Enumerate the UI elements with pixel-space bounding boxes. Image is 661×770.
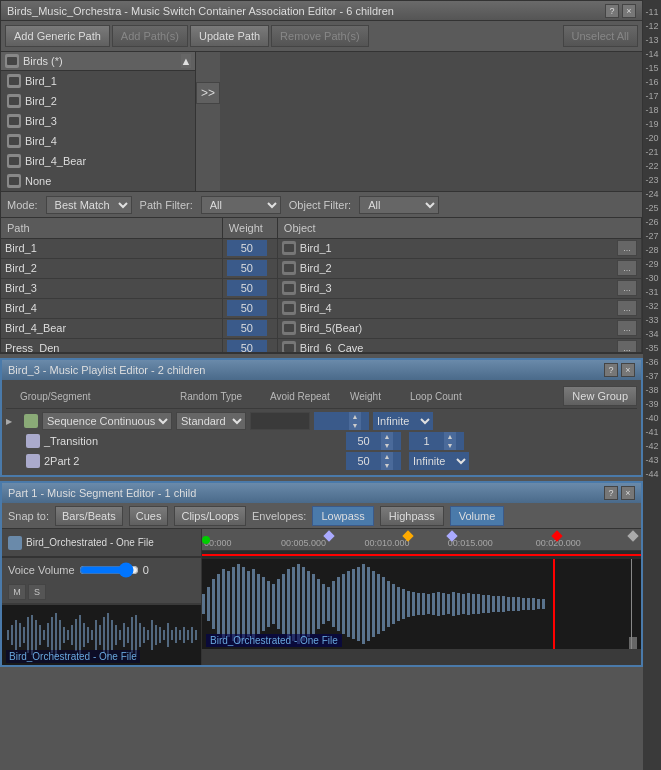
svg-rect-10 xyxy=(47,623,49,647)
avoid-input[interactable] xyxy=(250,412,310,430)
snap-clips-btn[interactable]: Clips/Loops xyxy=(174,506,245,526)
ellipsis-btn[interactable]: ... xyxy=(617,340,637,353)
list-item[interactable]: Bird_3 xyxy=(1,111,195,131)
svg-rect-7 xyxy=(35,620,37,650)
object-filter-select[interactable]: All xyxy=(359,196,439,214)
update-path-button[interactable]: Update Path xyxy=(190,25,269,47)
child1-weight-input[interactable] xyxy=(346,435,381,447)
svg-rect-65 xyxy=(287,569,290,639)
child1-loop-input[interactable] xyxy=(409,435,444,447)
svg-rect-75 xyxy=(337,577,340,631)
association-toolbar: Add Generic Path Add Path(s) Update Path… xyxy=(1,21,642,52)
child1-loop-up[interactable]: ▲ xyxy=(444,432,456,441)
list-item[interactable]: Bird_4 xyxy=(1,131,195,151)
playlist-help-btn[interactable]: ? xyxy=(604,363,618,377)
svg-rect-95 xyxy=(437,592,440,616)
weight-up[interactable]: ▲ xyxy=(349,412,361,421)
weight-down[interactable]: ▼ xyxy=(349,421,361,430)
playlist-child-row: _Transition ▲ ▼ ▲ ▼ xyxy=(6,431,637,451)
col-group-header: Group/Segment xyxy=(20,391,180,402)
svg-rect-9 xyxy=(43,630,45,640)
waveform-file-label: Bird_Orchestrated - One File xyxy=(206,634,342,647)
weight-input[interactable] xyxy=(227,320,267,336)
standard-select[interactable]: Standard xyxy=(176,412,246,430)
child2-weight-up[interactable]: ▲ xyxy=(381,452,393,461)
list-item[interactable]: Bird_4_Bear xyxy=(1,151,195,171)
association-editor-panel: Birds_Music_Orchestra - Music Switch Con… xyxy=(0,0,643,354)
segment-close-btn[interactable]: × xyxy=(621,486,635,500)
expand-icon[interactable]: ▶ xyxy=(6,417,20,426)
svg-rect-62 xyxy=(272,584,275,624)
sequence-select[interactable]: Sequence Continuous xyxy=(42,412,172,430)
ellipsis-btn[interactable]: ... xyxy=(617,300,637,316)
snap-bars-btn[interactable]: Bars/Beats xyxy=(55,506,123,526)
child1-loop-down[interactable]: ▼ xyxy=(444,441,456,450)
list-item[interactable]: None xyxy=(1,171,195,188)
list-header: Birds (*) ▲ xyxy=(1,52,195,71)
add-generic-path-button[interactable]: Add Generic Path xyxy=(5,25,110,47)
child1-weight-up[interactable]: ▲ xyxy=(381,432,393,441)
svg-rect-87 xyxy=(397,587,400,621)
unselect-all-button[interactable]: Unselect All xyxy=(563,25,638,47)
ellipsis-btn[interactable]: ... xyxy=(617,260,637,276)
mute-button[interactable]: M xyxy=(8,584,26,600)
list-scroll-up[interactable]: ▲ xyxy=(181,54,191,68)
ellipsis-btn[interactable]: ... xyxy=(617,280,637,296)
add-path-button[interactable]: Add Path(s) xyxy=(112,25,188,47)
table-scroll[interactable]: Path Weight Object Bird_1 xyxy=(1,218,642,353)
svg-rect-92 xyxy=(422,593,425,615)
child1-weight-down[interactable]: ▼ xyxy=(381,441,393,450)
path-filter-label: Path Filter: xyxy=(140,199,193,211)
table-row: Bird_1 Bird_1 ... xyxy=(1,238,642,258)
group-icon xyxy=(24,414,38,428)
weight-input[interactable] xyxy=(227,260,267,276)
list-item[interactable]: Bird_2 xyxy=(1,91,195,111)
arrow-button[interactable]: >> xyxy=(196,82,220,104)
bird4bear-icon xyxy=(7,154,21,168)
mode-select[interactable]: Best Match xyxy=(46,196,132,214)
playlist-close-btn[interactable]: × xyxy=(621,363,635,377)
help-button[interactable]: ? xyxy=(605,4,619,18)
table-row: Bird_2 Bird_2 ... xyxy=(1,258,642,278)
svg-rect-40 xyxy=(167,623,169,647)
weight-spin-input[interactable] xyxy=(314,415,349,427)
path-table: Path Weight Object Bird_1 xyxy=(1,218,642,353)
weight-col-header: Weight xyxy=(222,218,277,238)
mode-label: Mode: xyxy=(7,199,38,211)
table-row: Press_Den Bird_6_Cave ... xyxy=(1,338,642,353)
svg-rect-88 xyxy=(402,589,405,619)
remove-path-button[interactable]: Remove Path(s) xyxy=(271,25,368,47)
svg-rect-46 xyxy=(191,627,193,643)
svg-rect-116 xyxy=(542,599,545,609)
weight-input[interactable] xyxy=(227,340,267,353)
new-group-button[interactable]: New Group xyxy=(563,386,637,406)
ellipsis-btn[interactable]: ... xyxy=(617,240,637,256)
ellipsis-btn[interactable]: ... xyxy=(617,320,637,336)
svg-rect-112 xyxy=(522,598,525,610)
path-filter-select[interactable]: All xyxy=(201,196,281,214)
lowpass-btn[interactable]: Lowpass xyxy=(312,506,373,526)
weight-input[interactable] xyxy=(227,240,267,256)
path-cell: Bird_1 xyxy=(1,238,222,258)
child1-label: _Transition xyxy=(44,435,164,447)
close-button[interactable]: × xyxy=(622,4,636,18)
resize-handle[interactable] xyxy=(629,637,637,649)
child2-weight-input[interactable] xyxy=(346,455,381,467)
solo-button[interactable]: S xyxy=(28,584,46,600)
segment-help-btn[interactable]: ? xyxy=(604,486,618,500)
svg-rect-86 xyxy=(392,584,395,624)
time-1: 00:005.000 xyxy=(281,538,326,548)
svg-rect-114 xyxy=(532,598,535,610)
list-item[interactable]: Bird_1 xyxy=(1,71,195,91)
child2-weight-down[interactable]: ▼ xyxy=(381,461,393,470)
snap-cues-btn[interactable]: Cues xyxy=(129,506,169,526)
bird2-label: Bird_2 xyxy=(25,95,57,107)
highpass-btn[interactable]: Highpass xyxy=(380,506,444,526)
voice-volume-slider[interactable] xyxy=(79,564,139,576)
volume-btn[interactable]: Volume xyxy=(450,506,505,526)
child2-loop-select[interactable]: Infinite xyxy=(409,452,469,470)
weight-input[interactable] xyxy=(227,280,267,296)
loop-count-select[interactable]: Infinite xyxy=(373,412,433,430)
weight-input[interactable] xyxy=(227,300,267,316)
svg-rect-4 xyxy=(23,627,25,643)
